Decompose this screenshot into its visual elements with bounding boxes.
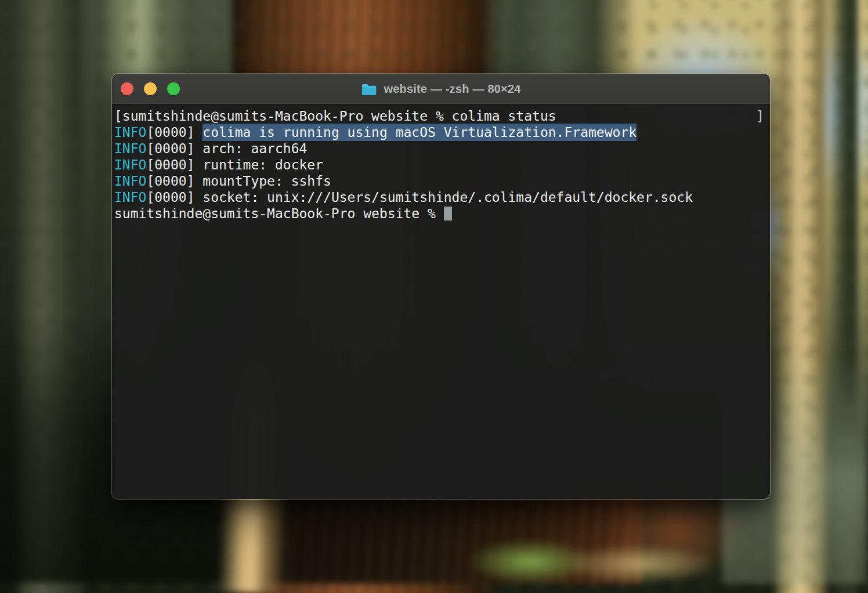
terminal-text: [0000]	[146, 141, 202, 156]
terminal-text: [0000]	[146, 190, 202, 205]
log-level-info: INFO	[114, 157, 146, 172]
wallpaper-grass	[561, 544, 718, 584]
terminal-text: mountType: sshfs	[202, 173, 331, 189]
window-title-group: website — -zsh — 80×24	[112, 82, 770, 96]
window-title: website — -zsh — 80×24	[384, 82, 520, 96]
terminal-line: INFO[0000] runtime: docker	[114, 157, 768, 173]
terminal-line: INFO[0000] socket: unix:///Users/sumitsh…	[114, 189, 768, 205]
log-level-info: INFO	[114, 141, 146, 156]
window-titlebar[interactable]: website — -zsh — 80×24	[112, 74, 770, 104]
log-level-info: INFO	[114, 173, 146, 189]
traffic-light-buttons	[112, 82, 180, 95]
terminal-window: website — -zsh — 80×24 [sumitshinde@sumi…	[111, 73, 771, 500]
terminal-cursor	[444, 207, 452, 220]
terminal-line: INFO[0000] mountType: sshfs	[114, 173, 768, 189]
folder-icon	[361, 82, 377, 96]
terminal-line: [sumitshinde@sumits-MacBook-Pro website …	[114, 108, 768, 124]
terminal-text: runtime: docker	[202, 157, 323, 172]
terminal-output[interactable]: [sumitshinde@sumits-MacBook-Pro website …	[112, 104, 770, 499]
terminal-text: [0000]	[146, 157, 202, 172]
fullscreen-button[interactable]	[167, 82, 180, 95]
close-button[interactable]	[121, 82, 133, 95]
terminal-line: INFO[0000] arch: aarch64	[114, 140, 768, 157]
minimize-button[interactable]	[144, 82, 157, 95]
terminal-text: socket: unix:///Users/sumitshinde/.colim…	[202, 190, 693, 205]
terminal-text: [0000]	[146, 173, 202, 189]
log-level-info: INFO	[114, 190, 146, 205]
terminal-text: [sumitshinde@sumits-MacBook-Pro website …	[114, 109, 556, 124]
terminal-line: INFO[0000] colima is running using macOS…	[114, 124, 768, 140]
log-level-info: INFO	[114, 125, 146, 140]
terminal-line: sumitshinde@sumits-MacBook-Pro website %	[114, 205, 768, 222]
wallpaper-shadow	[0, 0, 111, 593]
terminal-text: [0000]	[146, 125, 202, 140]
terminal-text: arch: aarch64	[202, 141, 307, 156]
line-end-bracket: ]	[756, 108, 764, 124]
terminal-text: sumitshinde@sumits-MacBook-Pro website %	[114, 206, 444, 221]
desktop: website — -zsh — 80×24 [sumitshinde@sumi…	[0, 0, 868, 593]
selected-log-text: colima is running using macOS Virtualiza…	[202, 125, 636, 140]
